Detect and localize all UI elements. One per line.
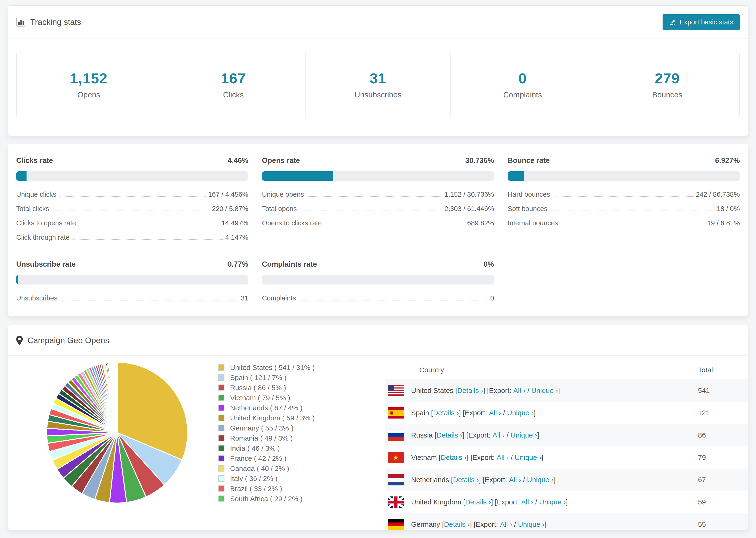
map-pin-icon [16, 336, 23, 345]
progress-bar [262, 275, 494, 285]
legend-item: Italy ( 36 / 2% ) [218, 473, 315, 484]
table-row: United Kingdom [Details ›] [Export: All … [385, 491, 748, 513]
rate-item: Opens to clicks rate689.82% [262, 219, 494, 227]
export-icon [669, 19, 676, 26]
rate-item: Internal bounces19 / 6.81% [508, 219, 740, 227]
bar-chart-icon [16, 17, 26, 27]
legend-item: Spain ( 121 / 7% ) [218, 372, 315, 383]
rate-item: Clicks to opens rate14.497% [16, 219, 248, 227]
page-title: Tracking stats [30, 17, 81, 27]
table-row: Spain [Details ›] [Export: All › / Uniqu… [385, 402, 748, 424]
rate-item: Click through rate4.147% [16, 234, 248, 241]
complaints-rate-panel: Complaints rate 0% Complaints0 [262, 260, 494, 309]
stat-unsubscribes: 31 Unsubscribes [305, 52, 450, 117]
progress-bar [262, 171, 494, 181]
tracking-stats-header: Tracking stats Export basic stats [8, 6, 748, 39]
complaints-count: 0 [518, 70, 527, 86]
legend-swatch [218, 475, 225, 482]
campaign-geo-opens-card: Campaign Geo Opens United States ( 541 /… [8, 325, 748, 530]
legend-item: Germany ( 55 / 3% ) [218, 423, 315, 433]
table-row: Germany [Details ›] [Export: All › / Uni… [385, 513, 748, 530]
legend-swatch [218, 425, 225, 431]
clicks-count: 167 [221, 70, 246, 86]
table-header: Country Total [385, 360, 748, 379]
export-unique-link[interactable]: Unique › [511, 431, 537, 439]
rate-title: Opens rate [262, 156, 300, 165]
export-unique-link[interactable]: Unique › [514, 454, 541, 461]
rate-item: Complaints0 [262, 295, 494, 302]
geo-opens-title: Campaign Geo Opens [27, 336, 109, 345]
details-link[interactable]: Details › [458, 387, 483, 395]
export-basic-stats-button[interactable]: Export basic stats [663, 14, 740, 30]
campaign-stats-page: { "colors": { "accent_teal": "#1789a8", … [0, 0, 756, 538]
export-button-label: Export basic stats [679, 18, 733, 26]
opens-rate-panel: Opens rate 30.736% Unique opens1,152 / 3… [262, 156, 494, 248]
rate-title: Complaints rate [262, 260, 317, 269]
total-column-header: Total [698, 366, 748, 374]
export-all-link[interactable]: All › [521, 498, 533, 506]
row-total: 86 [698, 431, 748, 439]
geo-opens-pie-chart [45, 360, 189, 505]
legend-item: Canada ( 40 / 2% ) [218, 463, 315, 473]
rate-item: Soft bounces18 / 0% [508, 205, 740, 213]
stat-bounces: 279 Bounces [595, 52, 739, 117]
row-total: 59 [698, 498, 748, 506]
export-unique-link[interactable]: Unique › [531, 387, 558, 395]
rate-item: Unsubscribes31 [16, 295, 248, 302]
geo-opens-table: Country Total United States [Details ›] … [385, 360, 748, 530]
clicks-rate-panel: Clicks rate 4.46% Unique clicks167 / 4.4… [16, 156, 248, 248]
details-link[interactable]: Details › [465, 498, 491, 506]
flag-germany-icon [388, 519, 404, 530]
export-all-link[interactable]: All › [500, 520, 512, 528]
export-unique-link[interactable]: Unique › [539, 498, 566, 506]
rate-value: 0.77% [228, 260, 248, 269]
export-all-link[interactable]: All › [489, 409, 501, 417]
flag-netherlands-icon [388, 474, 404, 485]
flag-vietnam-icon [388, 452, 404, 463]
progress-bar [508, 171, 740, 181]
legend-item: France ( 42 / 2% ) [218, 453, 315, 463]
country-column-header: Country [419, 366, 698, 374]
table-row: United States [Details ›] [Export: All ›… [385, 379, 748, 402]
rate-value: 6.927% [715, 156, 740, 165]
legend-swatch [218, 485, 225, 492]
legend-item: Netherlands ( 67 / 4% ) [218, 403, 315, 413]
export-all-link[interactable]: All › [497, 454, 509, 461]
details-link[interactable]: Details › [453, 476, 479, 484]
legend-item: Russia ( 86 / 5% ) [218, 383, 315, 393]
legend-item: Romania ( 49 / 3% ) [218, 433, 315, 443]
flag-united-kingdom-icon [388, 497, 404, 508]
tracking-stats-title-block: Tracking stats [16, 17, 81, 27]
row-total: 67 [698, 476, 748, 484]
summary-stats-row: 1,152 Opens 167 Clicks 31 Unsubscribes 0… [16, 52, 740, 117]
legend-item: United Kingdom ( 59 / 3% ) [218, 413, 315, 423]
legend-item: Brazil ( 33 / 2% ) [218, 484, 315, 494]
legend-swatch [218, 465, 225, 471]
details-link[interactable]: Details › [441, 454, 466, 461]
row-total: 79 [698, 454, 748, 461]
legend-swatch [218, 496, 225, 502]
rates-card: Clicks rate 4.46% Unique clicks167 / 4.4… [8, 144, 748, 316]
export-unique-link[interactable]: Unique › [527, 476, 554, 484]
export-all-link[interactable]: All › [509, 476, 521, 484]
legend-swatch [218, 445, 225, 452]
export-unique-link[interactable]: Unique › [518, 520, 544, 528]
details-link[interactable]: Details › [444, 520, 470, 528]
bounces-label: Bounces [652, 90, 682, 99]
export-all-link[interactable]: All › [493, 431, 505, 439]
legend-item: South Africa ( 29 / 2% ) [218, 494, 315, 504]
bounce-rate-panel: Bounce rate 6.927% Hard bounces242 / 86.… [508, 156, 740, 248]
rate-item: Total opens2,303 / 61.446% [262, 205, 494, 213]
table-row: Russia [Details ›] [Export: All › / Uniq… [385, 424, 748, 446]
export-unique-link[interactable]: Unique › [507, 409, 534, 417]
rate-title: Clicks rate [16, 156, 53, 165]
details-link[interactable]: Details › [433, 409, 459, 417]
opens-count: 1,152 [70, 70, 108, 86]
tracking-stats-card: Tracking stats Export basic stats 1,152 … [8, 5, 748, 136]
details-link[interactable]: Details › [436, 431, 462, 439]
rate-title: Bounce rate [508, 156, 550, 165]
progress-bar [16, 171, 248, 181]
bounces-count: 279 [655, 70, 680, 86]
legend-swatch [218, 405, 225, 411]
export-all-link[interactable]: All › [513, 387, 525, 395]
